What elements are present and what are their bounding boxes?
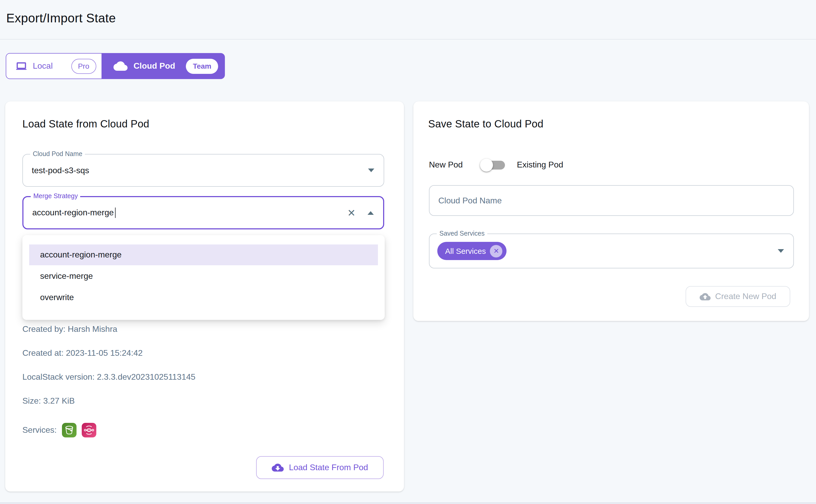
create-button-label: Create New Pod <box>715 292 776 301</box>
team-badge: Team <box>186 59 218 74</box>
cloud-download-icon <box>272 463 284 472</box>
tab-local-label: Local <box>33 61 53 71</box>
chevron-down-icon[interactable] <box>778 249 784 253</box>
create-new-pod-button[interactable]: Create New Pod <box>686 286 790 307</box>
new-pod-label: New Pod <box>429 160 463 170</box>
existing-pod-label: Existing Pod <box>517 160 563 170</box>
chip-delete-icon[interactable]: ✕ <box>490 245 503 257</box>
state-mode-tabs: Local Pro Cloud Pod Team <box>6 53 225 79</box>
cloud-pod-name-select-value: test-pod-s3-sqs <box>32 166 89 175</box>
pod-mode-switch[interactable] <box>481 158 505 172</box>
sqs-service-icon <box>82 423 96 437</box>
pod-services-row: Services: <box>22 423 96 437</box>
footer-strip <box>0 502 816 504</box>
merge-strategy-dropdown: account-region-merge service-merge overw… <box>22 235 385 320</box>
all-services-chip[interactable]: All Services ✕ <box>437 242 507 260</box>
laptop-icon <box>16 61 27 71</box>
s3-service-icon <box>62 423 76 437</box>
save-card-title: Save State to Cloud Pod <box>428 118 543 130</box>
pod-created-by: Created by: Harsh Mishra <box>22 324 117 334</box>
merge-strategy-label: Merge Strategy <box>31 192 80 201</box>
chevron-up-icon[interactable] <box>368 211 374 215</box>
save-pod-name-field <box>429 185 794 216</box>
save-pod-name-input[interactable] <box>429 186 793 215</box>
cloud-pod-name-select-label: Cloud Pod Name <box>30 150 85 159</box>
save-state-card: Save State to Cloud Pod New Pod Existing… <box>413 101 809 321</box>
cloud-upload-icon <box>700 293 711 300</box>
clear-icon[interactable]: ✕ <box>347 208 356 218</box>
dropdown-option-service-merge[interactable]: service-merge <box>29 266 378 287</box>
pod-localstack-version: LocalStack version: 2.3.3.dev20231025113… <box>22 372 195 382</box>
merge-strategy-input[interactable]: Merge Strategy account-region-merge ✕ <box>22 196 384 229</box>
tab-cloud-pod[interactable]: Cloud Pod Team <box>102 53 225 79</box>
chevron-down-icon[interactable] <box>368 169 374 172</box>
header-divider <box>0 39 816 40</box>
cloud-icon <box>113 61 127 71</box>
load-state-from-pod-button[interactable]: Load State From Pod <box>256 456 384 479</box>
export-import-state-page: Export/Import State Local Pro Cloud Pod … <box>0 0 816 504</box>
dropdown-option-overwrite[interactable]: overwrite <box>29 287 378 308</box>
switch-thumb <box>480 158 493 171</box>
services-label: Services: <box>22 423 57 437</box>
text-caret <box>115 208 115 218</box>
pod-mode-toggle-row: New Pod Existing Pod <box>429 158 563 172</box>
pro-badge: Pro <box>71 59 96 74</box>
dropdown-option-account-region-merge[interactable]: account-region-merge <box>29 244 378 265</box>
pod-size: Size: 3.27 KiB <box>22 396 75 406</box>
merge-strategy-value: account-region-merge <box>32 208 115 218</box>
saved-services-label: Saved Services <box>437 229 487 238</box>
load-state-card: Load State from Cloud Pod Cloud Pod Name… <box>5 101 404 492</box>
load-button-label: Load State From Pod <box>289 463 368 472</box>
saved-services-select[interactable]: Saved Services All Services ✕ <box>429 234 794 268</box>
cloud-pod-name-select[interactable]: Cloud Pod Name test-pod-s3-sqs <box>22 154 384 187</box>
tab-local[interactable]: Local Pro <box>6 53 102 79</box>
load-card-title: Load State from Cloud Pod <box>22 118 149 130</box>
page-title: Export/Import State <box>6 11 116 25</box>
tab-cloud-pod-label: Cloud Pod <box>133 61 175 71</box>
pod-created-at: Created at: 2023-11-05 15:24:42 <box>22 348 143 358</box>
all-services-chip-label: All Services <box>445 247 486 255</box>
